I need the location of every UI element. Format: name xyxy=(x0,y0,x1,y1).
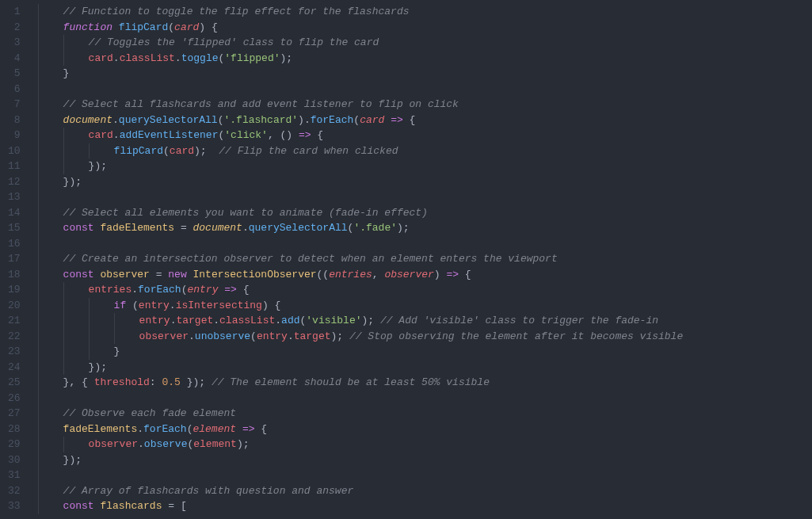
code-token xyxy=(112,21,119,33)
code-line[interactable]: observer.observe(element); xyxy=(35,437,812,452)
code-token xyxy=(403,114,410,126)
code-line-content: }, { threshold: 0.5 }); // The element s… xyxy=(38,376,490,388)
code-line-content: flipCard(card); // Flip the card when cl… xyxy=(38,145,398,157)
indent-guide xyxy=(63,282,64,298)
code-token: . xyxy=(112,114,119,126)
line-number: 5 xyxy=(8,66,21,82)
code-line[interactable]: // Select all elements you want to anima… xyxy=(35,205,812,221)
code-line[interactable]: // Select all flashcards and add event l… xyxy=(35,97,812,113)
code-token xyxy=(236,423,242,435)
code-line[interactable]: }); xyxy=(35,360,812,376)
line-number: 32 xyxy=(8,483,21,499)
line-number: 14 xyxy=(8,205,21,221)
code-token: : xyxy=(150,376,162,388)
code-line[interactable] xyxy=(35,189,812,205)
indent-guide xyxy=(89,143,90,159)
code-token: observer xyxy=(89,438,138,450)
code-token: const xyxy=(63,222,94,234)
code-editor[interactable]: 1234567891011121314151617181920212223242… xyxy=(0,0,812,519)
code-token: entry xyxy=(139,300,170,311)
code-token: querySelectorAll xyxy=(119,114,218,126)
code-token: . xyxy=(113,129,120,141)
code-token: => xyxy=(242,423,255,435)
code-token: forEach xyxy=(143,423,187,435)
indent-guide xyxy=(38,220,39,236)
line-number: 7 xyxy=(8,97,21,113)
line-number: 25 xyxy=(8,375,21,391)
indent-guide xyxy=(38,189,39,205)
code-token: card xyxy=(89,52,113,64)
code-line-content: }); xyxy=(38,176,82,188)
code-line[interactable]: // Toggles the 'flipped' class to flip t… xyxy=(35,35,812,51)
code-token: fadeElements xyxy=(100,222,174,234)
code-line[interactable]: }); xyxy=(35,452,812,468)
line-number: 21 xyxy=(8,313,21,329)
code-line-content: entry.target.classList.add('visible'); /… xyxy=(38,315,658,326)
line-number: 10 xyxy=(8,143,21,159)
code-line-content: entries.forEach(entry => { xyxy=(38,284,250,296)
code-line[interactable]: entries.forEach(entry => { xyxy=(35,282,812,298)
code-line[interactable]: // Create an intersection observer to de… xyxy=(35,251,812,267)
line-number: 23 xyxy=(8,344,21,360)
code-area[interactable]: // Function to toggle the flip effect fo… xyxy=(35,0,812,519)
code-line[interactable]: fadeElements.forEach(element => { xyxy=(35,422,812,437)
code-line[interactable]: } xyxy=(35,344,812,360)
code-line[interactable]: flipCard(card); // Flip the card when cl… xyxy=(35,143,812,159)
code-line[interactable]: // Observe each fade element xyxy=(35,406,812,422)
indent-guide xyxy=(38,406,39,422)
code-token: . xyxy=(170,300,176,311)
indent-guide xyxy=(63,51,64,67)
code-token: unobserve xyxy=(195,330,250,342)
indent-guide xyxy=(38,4,39,20)
code-line[interactable] xyxy=(35,391,812,406)
indent-guide xyxy=(38,205,39,221)
line-number: 27 xyxy=(8,406,21,422)
indent-guide xyxy=(38,51,39,67)
code-line[interactable]: card.classList.toggle('flipped'); xyxy=(35,51,812,67)
code-token: flipCard xyxy=(119,21,168,33)
code-line[interactable] xyxy=(35,82,812,97)
code-line[interactable]: if (entry.isIntersecting) { xyxy=(35,298,812,314)
code-line[interactable]: } xyxy=(35,66,812,82)
code-token: isIntersecting xyxy=(176,300,262,311)
code-token: }, { xyxy=(63,376,94,388)
code-token: entry xyxy=(139,315,170,326)
code-token: ( xyxy=(250,330,257,342)
code-token: target xyxy=(294,330,331,342)
code-token: card xyxy=(360,114,384,126)
code-line-content: const fadeElements = document.querySelec… xyxy=(38,222,410,234)
code-line[interactable]: }, { threshold: 0.5 }); // The element s… xyxy=(35,375,812,391)
indent-guide xyxy=(38,375,39,391)
code-token: entry xyxy=(257,330,288,342)
indent-guide xyxy=(38,282,39,298)
code-line[interactable]: observer.unobserve(entry.target); // Sto… xyxy=(35,329,812,345)
code-line[interactable] xyxy=(35,236,812,252)
code-line[interactable]: // Array of flashcards with question and… xyxy=(35,483,812,499)
code-line[interactable]: // Function to toggle the flip effect fo… xyxy=(35,4,812,20)
code-line[interactable]: }); xyxy=(35,158,812,174)
code-line[interactable]: const observer = new IntersectionObserve… xyxy=(35,267,812,283)
code-token: = xyxy=(168,500,174,512)
code-token: => xyxy=(224,284,237,296)
code-token: // Select all elements you want to anima… xyxy=(63,207,428,219)
indent-guide xyxy=(38,344,39,360)
code-token: // Array of flashcards with question and… xyxy=(63,485,354,497)
code-token: const xyxy=(63,500,94,512)
code-token: ); xyxy=(362,315,380,326)
code-token: element xyxy=(193,423,236,435)
indent-guide xyxy=(38,143,39,159)
code-line[interactable]: const fadeElements = document.querySelec… xyxy=(35,220,812,236)
code-line[interactable]: function flipCard(card) { xyxy=(35,20,812,36)
code-line[interactable]: document.querySelectorAll('.flashcard').… xyxy=(35,113,812,128)
code-line[interactable]: card.addEventListener('click', () => { xyxy=(35,128,812,143)
code-token: forEach xyxy=(138,284,181,296)
code-token: target xyxy=(176,315,213,326)
code-token: entries xyxy=(329,269,372,280)
indent-guide xyxy=(38,483,39,499)
code-line[interactable] xyxy=(35,467,812,483)
code-token: card xyxy=(89,129,113,141)
code-line[interactable]: entry.target.classList.add('visible'); /… xyxy=(35,313,812,329)
code-line[interactable]: }); xyxy=(35,174,812,190)
code-line-content: // Toggles the 'flipped' class to flip t… xyxy=(38,36,379,48)
code-line[interactable]: const flashcards = [ xyxy=(35,498,812,514)
